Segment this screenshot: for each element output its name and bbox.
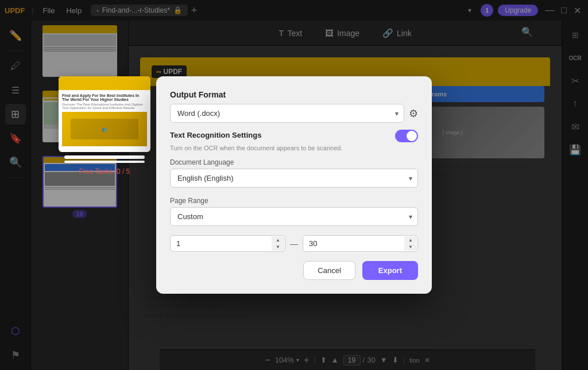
format-select-wrapper: Word (.docx) Excel (.xlsx) PowerPoint (.…: [170, 104, 404, 123]
modal-container: Find and Apply For the Best Institutes I…: [156, 76, 432, 294]
page-range-label: Page Range: [170, 197, 418, 205]
output-format-row: Word (.docx) Excel (.xlsx) PowerPoint (.…: [170, 104, 418, 123]
modal-preview: Find and Apply For the Best Institutes I…: [59, 76, 150, 176]
page-range-select[interactable]: All Pages Custom Current Page: [170, 207, 418, 226]
range-end-down[interactable]: ▼: [404, 244, 417, 251]
range-start-spinner: ▲ ▼: [272, 236, 284, 251]
page-range-select-wrapper: All Pages Custom Current Page ▾: [170, 207, 418, 226]
language-select-wrapper: English (English) French (Français) Germ…: [170, 169, 418, 188]
free-tasks-text: Free Tasks: 0 / 5: [59, 168, 150, 176]
cancel-button[interactable]: Cancel: [303, 261, 355, 280]
text-recognition-title: Text Recognition Settings: [170, 131, 261, 139]
text-recognition-row: Text Recognition Settings: [170, 130, 418, 142]
preview-card-body: Find and Apply For the Best Institutes I…: [59, 90, 150, 152]
range-dash: —: [290, 239, 298, 248]
preview-card-front: Find and Apply For the Best Institutes I…: [59, 76, 150, 152]
range-inputs: ▲ ▼ — ▲ ▼: [170, 235, 418, 252]
export-button[interactable]: Export: [362, 261, 418, 280]
range-end-input[interactable]: [303, 235, 418, 252]
language-select[interactable]: English (English) French (Français) Germ…: [170, 169, 418, 188]
export-modal: Output Format Word (.docx) Excel (.xlsx)…: [156, 76, 432, 294]
preview-card-header: [59, 76, 150, 90]
range-end-wrap: ▲ ▼: [303, 235, 418, 252]
output-format-label: Output Format: [170, 90, 418, 99]
range-start-wrap: ▲ ▼: [170, 235, 285, 252]
preview-card-title: Find and Apply For the Best Institutes I…: [62, 94, 147, 102]
format-select[interactable]: Word (.docx) Excel (.xlsx) PowerPoint (.…: [170, 104, 404, 123]
preview-card-shadow: [64, 155, 145, 163]
text-recognition-toggle[interactable]: [395, 130, 418, 142]
range-end-spinner: ▲ ▼: [404, 236, 417, 251]
range-start-down[interactable]: ▼: [272, 244, 284, 251]
range-end-up[interactable]: ▲: [404, 236, 417, 244]
preview-card-image: 👥: [62, 112, 147, 146]
modal-overlay: Find and Apply For the Best Institutes I…: [0, 0, 588, 370]
preview-card-subtitle: Discover The Best Educational Institutes…: [62, 103, 147, 110]
modal-footer: Cancel Export: [170, 261, 418, 280]
settings-gear-icon[interactable]: ⚙: [409, 107, 418, 120]
range-start-up[interactable]: ▲: [272, 236, 284, 244]
text-recognition-desc: Turn on the OCR when the document appear…: [170, 145, 418, 151]
document-language-label: Document Language: [170, 158, 418, 166]
range-start-input[interactable]: [170, 235, 285, 252]
